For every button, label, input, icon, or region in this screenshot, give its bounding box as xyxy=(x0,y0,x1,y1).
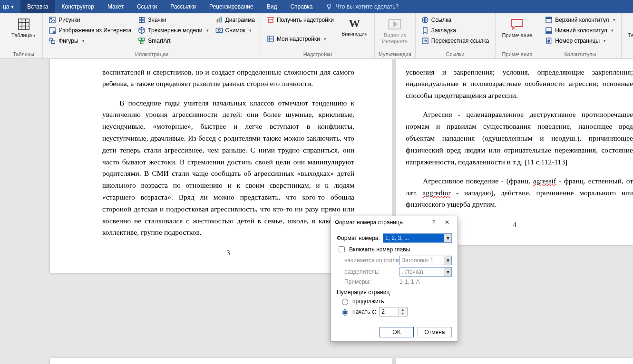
tab-insert[interactable]: Вставка xyxy=(20,0,55,13)
chevron-down-icon: ▾ xyxy=(444,234,451,242)
pages-dropdown[interactable]: ца ▾ xyxy=(0,0,20,13)
separator-label: разделитель: xyxy=(344,268,397,275)
screenshot-icon xyxy=(215,27,223,34)
online-video-button: Видео из Интернета xyxy=(379,15,411,47)
page-next-right[interactable]: 1) Проанализировать понятия «агрессия», … xyxy=(396,358,633,364)
continue-radio[interactable] xyxy=(342,299,348,305)
paragraph: воспитателей и сверстников, но и создает… xyxy=(102,67,354,90)
screenshot-label: Снимок xyxy=(225,27,245,34)
separator-combo: . (точка) ▾ xyxy=(399,267,452,277)
svg-point-6 xyxy=(49,38,53,41)
3d-models-button[interactable]: Трехмерные модели▾ xyxy=(136,26,210,35)
tab-references[interactable]: Ссылки xyxy=(130,0,164,13)
page-number-format-dialog: Формат номера страницы ? ✕ Формат номера… xyxy=(331,216,458,342)
online-pictures-button[interactable]: Изображения из Интернета xyxy=(47,26,133,35)
get-addins-button[interactable]: Получить надстройки xyxy=(265,15,336,25)
tab-view[interactable]: Вид xyxy=(260,0,284,13)
svg-rect-9 xyxy=(142,18,145,20)
header-label: Верхний колонтитул xyxy=(555,17,609,23)
icons-button[interactable]: Значки xyxy=(136,15,210,25)
svg-rect-12 xyxy=(139,38,141,40)
pictures-button[interactable]: Рисунки xyxy=(47,15,133,25)
help-button[interactable]: ? xyxy=(427,219,440,226)
table-label: Таблица xyxy=(11,32,32,38)
table-button[interactable]: Таблица▾ xyxy=(9,15,39,41)
page-number-icon: # xyxy=(545,37,553,45)
starts-with-style-label: начинается со стиля: xyxy=(344,257,397,264)
starts-with-style-combo: Заголовок 1 ▾ xyxy=(399,256,452,265)
include-chapter-checkbox[interactable] xyxy=(339,246,345,252)
tab-help[interactable]: Справка xyxy=(283,0,319,13)
group-addins: Надстройки xyxy=(265,50,370,58)
group-headerfooter: Колонтитулы xyxy=(543,50,617,58)
table-icon xyxy=(17,17,31,31)
tell-me[interactable]: Что вы хотите сделать? xyxy=(319,3,405,10)
svg-rect-16 xyxy=(218,18,220,22)
video-icon xyxy=(388,17,402,31)
dialog-title: Формат номера страницы xyxy=(335,219,427,226)
page-next-left[interactable]: Агрессивность (лат. aggressio - нападени… xyxy=(50,358,392,364)
get-addins-label: Получить надстройки xyxy=(277,17,334,23)
link-button[interactable]: Ссылка xyxy=(419,15,491,25)
group-illustrations: Иллюстрации xyxy=(47,50,257,58)
paragraph: Агрессия - целенаправленное деструктивно… xyxy=(406,109,633,168)
number-format-label: Формат номера: xyxy=(337,235,380,241)
screenshot-button[interactable]: Снимок▾ xyxy=(214,26,257,35)
svg-rect-18 xyxy=(216,28,222,32)
wikipedia-label: Википедия xyxy=(341,31,368,37)
cancel-button[interactable]: Отмена xyxy=(418,327,452,337)
paragraph: усвоения и закрепления; условия, определ… xyxy=(406,67,633,102)
close-button[interactable]: ✕ xyxy=(440,219,454,226)
bookmark-button[interactable]: Закладка xyxy=(419,26,491,35)
smartart-button[interactable]: SmartArt xyxy=(136,36,210,46)
svg-point-3 xyxy=(50,18,52,19)
number-format-value: 1, 2, 3, ... xyxy=(385,235,449,241)
tab-design[interactable]: Конструктор xyxy=(55,0,101,13)
3d-models-label: Трехмерные модели xyxy=(148,27,202,34)
crossref-button[interactable]: Перекрестная ссылка xyxy=(419,36,491,46)
wikipedia-icon: W xyxy=(349,17,360,30)
spin-down[interactable]: ▼ xyxy=(399,312,406,316)
start-at-input[interactable] xyxy=(380,308,399,315)
starts-with-style-value: Заголовок 1 xyxy=(402,257,449,264)
online-pictures-icon xyxy=(49,27,56,34)
bookmark-icon xyxy=(421,27,429,34)
comment-button[interactable]: Примечание xyxy=(499,15,536,40)
group-media: Мультимедиа xyxy=(379,50,411,58)
svg-point-19 xyxy=(218,29,220,31)
chevron-down-icon: ▾ xyxy=(444,256,451,265)
online-video-label: Видео из Интернета xyxy=(381,32,409,45)
chart-label: Диаграмма xyxy=(225,17,255,23)
group-links: Ссылки xyxy=(419,50,491,58)
pictures-label: Рисунки xyxy=(58,17,80,23)
shapes-button[interactable]: Фигуры▾ xyxy=(47,36,133,46)
ok-button[interactable]: OK xyxy=(380,327,414,337)
my-addins-button[interactable]: Мои надстройки▾ xyxy=(265,34,336,44)
tell-me-label: Что вы хотите сделать? xyxy=(335,3,399,10)
addins-icon xyxy=(267,35,274,43)
continue-label: продолжить xyxy=(352,298,384,305)
textbox-button[interactable]: A Текстовое поле xyxy=(625,15,633,47)
number-format-combo[interactable]: 1, 2, 3, ... ▾ xyxy=(383,233,452,243)
tab-mailings[interactable]: Рассылки xyxy=(164,0,203,13)
pictures-icon xyxy=(49,16,56,24)
paragraph: В последние годы учителя начальных класс… xyxy=(102,97,354,239)
my-addins-label: Мои надстройки xyxy=(277,36,320,42)
chart-button[interactable]: Диаграмма xyxy=(214,15,257,25)
start-at-spinner[interactable]: ▲▼ xyxy=(379,307,408,316)
svg-rect-13 xyxy=(142,38,145,40)
footer-button[interactable]: Нижний колонтитул▾ xyxy=(543,26,617,35)
page-number-button[interactable]: #Номер страницы▾ xyxy=(543,36,617,46)
tab-review[interactable]: Рецензирование xyxy=(203,0,260,13)
header-button[interactable]: Верхний колонтитул▾ xyxy=(543,15,617,25)
group-comments: Примечания xyxy=(499,50,536,58)
start-at-radio[interactable] xyxy=(342,309,348,316)
document-area[interactable]: воспитателей и сверстников, но и создает… xyxy=(0,59,633,364)
group-tables: Таблицы xyxy=(9,50,39,58)
spin-up[interactable]: ▲ xyxy=(399,308,406,312)
crossref-label: Перекрестная ссылка xyxy=(431,38,489,44)
paragraph: Агрессивное поведение - (франц. agressif… xyxy=(406,175,633,211)
wikipedia-button[interactable]: W Википедия xyxy=(339,15,370,39)
tab-layout[interactable]: Макет xyxy=(101,0,130,13)
smartart-label: SmartArt xyxy=(148,38,170,44)
